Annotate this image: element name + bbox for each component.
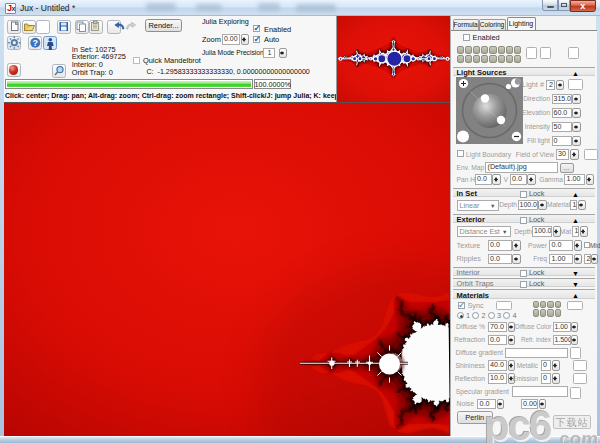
svg-text:?: ?	[33, 38, 39, 48]
